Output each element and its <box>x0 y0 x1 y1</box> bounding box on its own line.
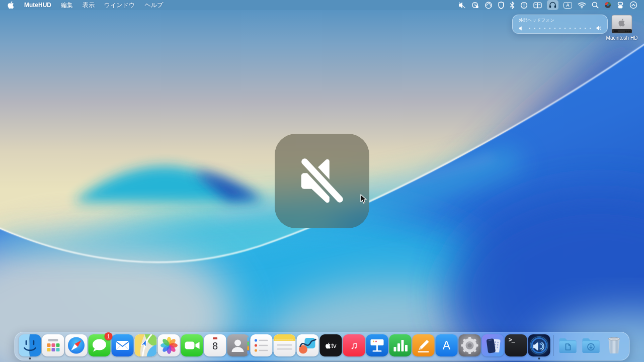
spotlight-icon[interactable] <box>591 0 599 10</box>
macintosh-hd-drive[interactable]: Macintosh HD <box>602 15 642 41</box>
audio-device-name: 外部ヘッドフォン <box>519 18 602 24</box>
dock-terminal[interactable]: >_ <box>505 334 527 356</box>
calendar-day: 8 <box>204 341 226 351</box>
speaker-low-icon <box>519 26 523 31</box>
dock-mutehud[interactable] <box>528 334 550 356</box>
dock-app-store[interactable]: A <box>436 334 458 356</box>
dock-maps[interactable] <box>135 334 157 356</box>
bluetooth-icon[interactable] <box>509 0 515 10</box>
dock-finder[interactable] <box>19 334 41 356</box>
active-app-name[interactable]: MuteHUD <box>24 2 51 9</box>
dock-pages[interactable] <box>413 334 435 356</box>
chevron-up-circle-icon[interactable] <box>629 0 638 10</box>
menu-bar: MuteHUD 編集 表示 ウインドウ ヘルプ A <box>0 0 644 10</box>
dock: 1 8 <box>15 332 630 360</box>
clock-lock-icon[interactable] <box>471 0 479 10</box>
dock-trash[interactable] <box>603 334 625 356</box>
alert-circle-icon[interactable] <box>520 0 528 10</box>
dock-keynote[interactable] <box>366 334 388 356</box>
shield-icon[interactable] <box>498 0 505 10</box>
volume-hud: 外部ヘッドフォン <box>512 15 608 34</box>
dock-safari[interactable] <box>65 334 88 356</box>
music-note-glyph: ♫ <box>343 334 365 356</box>
apple-menu-icon[interactable] <box>7 0 15 10</box>
dock-notes[interactable] <box>274 334 296 356</box>
dock-freeform[interactable] <box>297 334 319 356</box>
menu-window[interactable]: ウインドウ <box>104 1 135 10</box>
wifi-icon[interactable] <box>577 0 587 10</box>
dock-numbers[interactable] <box>389 334 412 356</box>
apple-logo-glyph <box>325 342 331 349</box>
dock-iphone-mirroring[interactable] <box>482 334 504 356</box>
mouse-cursor <box>360 194 367 204</box>
dock-calendar[interactable]: 8 <box>204 334 226 356</box>
drive-label: Macintosh HD <box>602 35 642 41</box>
terminal-prompt-glyph: >_ <box>509 337 515 344</box>
menu-help[interactable]: ヘルプ <box>144 1 163 10</box>
speaker-high-icon <box>596 26 602 31</box>
app-store-letter: A <box>436 334 458 356</box>
headphones-icon[interactable] <box>547 0 558 10</box>
input-source-icon[interactable]: A <box>563 0 573 10</box>
mute-hud-overlay <box>275 134 369 228</box>
volume-muted-icon[interactable] <box>458 0 466 10</box>
dock-folder-documents[interactable] <box>557 334 579 356</box>
speaker-slash-icon <box>292 151 352 211</box>
display-sidebar-icon[interactable] <box>533 0 542 10</box>
dock-photos[interactable] <box>158 334 180 356</box>
dock-mail[interactable] <box>112 334 134 356</box>
dock-contacts[interactable] <box>227 334 250 356</box>
messages-badge: 1 <box>105 332 113 340</box>
dock-reminders[interactable] <box>251 334 273 356</box>
dock-launchpad[interactable] <box>42 334 64 356</box>
stacked-items-icon[interactable] <box>616 0 624 10</box>
dock-system-settings[interactable] <box>459 334 481 356</box>
creative-cloud-icon[interactable] <box>484 0 493 10</box>
input-source-letter: A <box>564 2 572 9</box>
hard-drive-icon <box>610 15 633 34</box>
dock-messages[interactable]: 1 <box>89 334 111 356</box>
menu-view[interactable]: 表示 <box>83 1 95 10</box>
tv-label: tv <box>331 342 336 349</box>
photos-pinwheel-icon <box>158 334 180 356</box>
calendar-weekday-mark <box>213 337 217 339</box>
volume-slider[interactable] <box>526 28 593 29</box>
dock-folder-downloads[interactable] <box>580 334 602 356</box>
dock-facetime[interactable] <box>181 334 203 356</box>
status-dot-icon[interactable] <box>604 0 612 10</box>
dock-divider <box>553 335 554 356</box>
dock-apple-tv[interactable]: tv <box>320 334 342 356</box>
menu-edit[interactable]: 編集 <box>61 1 73 10</box>
dock-music[interactable]: ♫ <box>343 334 365 356</box>
